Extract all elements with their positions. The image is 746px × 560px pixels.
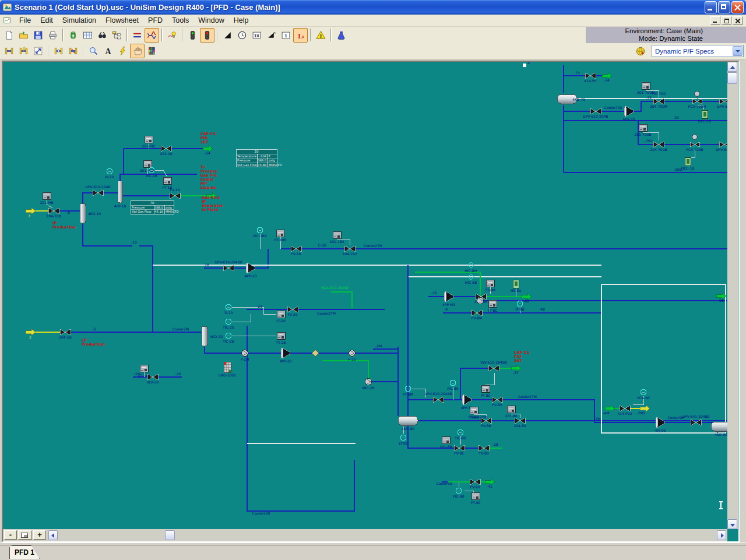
utilities-button[interactable]	[165, 28, 180, 43]
scroll-up-button[interactable]	[727, 62, 737, 72]
pfd-node-valve[interactable]: FV-20	[287, 307, 298, 316]
pfd-node-ctrl[interactable]: PT-80	[481, 385, 491, 397]
solver-active-button[interactable]	[185, 28, 200, 43]
pfd-node-xmtr[interactable]: TIC-20	[222, 319, 234, 329]
pfd-node-vvessel[interactable]: 4KO-20	[202, 326, 223, 346]
menu-file[interactable]: File	[15, 15, 36, 26]
solver-hold-button[interactable]	[200, 28, 214, 43]
pfd-node-xmtr[interactable]: TIC-2B	[222, 333, 234, 343]
pfd-node-pump[interactable]	[477, 298, 484, 304]
pfd-node-ctrl[interactable]: PT-1B0	[275, 230, 287, 242]
pfd-node-valve[interactable]: 204-80	[513, 418, 526, 428]
save-case-button[interactable]	[31, 28, 45, 43]
real-time-factor-button[interactable]	[249, 28, 264, 43]
pfd-node-ctrl[interactable]: 201-PIC	[142, 136, 155, 148]
scroll-down-button[interactable]	[727, 519, 737, 529]
swap-attachments-button[interactable]	[66, 44, 80, 58]
object-navigator-button[interactable]	[110, 28, 124, 43]
pfd-node-valve[interactable]: 204-10B	[46, 208, 61, 218]
pfd-node-valve[interactable]: VLV-610-204B8	[480, 360, 507, 371]
pfd-node-pcv[interactable]: PCV-700B	[686, 135, 703, 152]
pfd-node-column[interactable]: 4PP-10	[114, 181, 126, 208]
zoom-out-button[interactable]: -	[4, 530, 17, 540]
auto-attach-button[interactable]	[16, 44, 31, 58]
pfd-stream[interactable]	[633, 101, 727, 111]
pfd-stream[interactable]	[247, 326, 354, 511]
pfd-node-yarrow[interactable]	[26, 329, 36, 336]
pfd-node-garrow[interactable]: -37	[511, 365, 521, 375]
pfd-view-button[interactable]	[145, 28, 159, 43]
close-button[interactable]	[731, 1, 744, 13]
pfd-node-valve[interactable]: DPV-641B	[716, 142, 727, 152]
step-size-button[interactable]	[279, 28, 293, 43]
vertical-scrollbar[interactable]	[727, 62, 738, 529]
integrator-button[interactable]	[220, 28, 235, 43]
integrator-step-button[interactable]	[264, 28, 279, 43]
pfd-stream[interactable]	[139, 246, 153, 332]
pfd-node-valve[interactable]: DPV-641	[717, 98, 727, 108]
pfd-node-mixer[interactable]: 4PJ-90	[655, 417, 666, 433]
pfd-node-valve[interactable]: VLV-2B	[147, 374, 159, 384]
pfd-node-hdrum[interactable]: 4KO-80	[398, 416, 418, 431]
pfd-node-ctrl[interactable]: TT-2B	[276, 332, 286, 344]
menu-flowsheet[interactable]: Flowsheet	[101, 15, 143, 26]
pfd-node-valve[interactable]: TV-80	[478, 445, 489, 455]
pan-mode-button[interactable]	[130, 44, 145, 58]
attach-mode-button[interactable]	[2, 44, 16, 58]
pfd-node-mixer[interactable]: 4PP-20	[280, 348, 292, 363]
pfd-node-greenbox[interactable]: HS-80	[511, 280, 521, 293]
specs-dropdown[interactable]: Dynamic P/F Specs	[652, 45, 744, 57]
pfd-node-valve[interactable]: FV-8B	[481, 418, 491, 428]
find-object-button[interactable]	[95, 28, 110, 43]
pfd-node-garrow[interactable]: -34	[602, 73, 612, 83]
mdi-restore-button[interactable]	[722, 16, 731, 25]
pfd-node-hdrum[interactable]: 4KO-70	[557, 94, 585, 105]
chevron-down-icon[interactable]	[733, 46, 743, 56]
menu-simulation[interactable]: Simulation	[58, 15, 101, 26]
add-text-button[interactable]	[101, 44, 115, 58]
pfd-stream[interactable]	[83, 193, 94, 203]
zoom-preview-button[interactable]	[18, 530, 32, 540]
object-palette-button[interactable]	[66, 28, 80, 43]
print-button[interactable]	[45, 28, 60, 43]
pfd-node-lng[interactable]: LNG-1002	[219, 362, 236, 377]
scroll-right-button[interactable]	[717, 530, 726, 540]
size-mode-button[interactable]	[31, 44, 45, 58]
minimize-button[interactable]	[705, 1, 717, 13]
horizontal-scrollbar[interactable]: - +	[3, 529, 727, 541]
pfd-node-xmtr[interactable]: FIC-90	[453, 488, 464, 498]
menu-edit[interactable]: Edit	[36, 15, 58, 26]
pfd-node-valve[interactable]: 414-PV2	[617, 406, 632, 415]
pfd-node-mixer[interactable]: MIX-70	[623, 106, 635, 121]
pfd-node-vvessel[interactable]: 4KO-10	[80, 203, 101, 223]
pfd-stream[interactable]	[485, 373, 494, 385]
scroll-left-button[interactable]	[48, 530, 58, 540]
globe-icon[interactable]	[635, 46, 646, 57]
pfd-node-valve[interactable]: DPV-610-204B8	[424, 392, 452, 403]
quick-route-button[interactable]	[115, 44, 130, 58]
pfd-stream[interactable]	[232, 314, 251, 322]
pfd-node-mixer[interactable]: 4PP-M3	[442, 291, 455, 307]
pfd-node-garrow[interactable]: -41	[485, 479, 495, 489]
pfd-tab[interactable]: PFD 1	[9, 545, 40, 559]
pfd-stream[interactable]	[120, 174, 197, 182]
new-case-button[interactable]	[2, 28, 16, 43]
pfd-stream[interactable]	[205, 347, 241, 353]
pfd-node-pump[interactable]: P-2M	[241, 350, 249, 362]
mdi-child-icon[interactable]	[2, 16, 12, 24]
pfd-node-valve[interactable]: 204-700M	[650, 98, 667, 108]
pfd-canvas[interactable]: 204-10B201-PIB4KO-10DPV-610-204B4PP-10PI…	[3, 62, 727, 529]
zoom-mode-button[interactable]	[86, 44, 101, 58]
pfd-node-dxmtr[interactable]: HIC-8M	[465, 262, 477, 273]
menu-help[interactable]: Help	[229, 15, 254, 26]
pfd-node-yarrow[interactable]	[26, 208, 36, 214]
pfd-node-xmtr[interactable]: PI-10	[105, 168, 114, 179]
pfd-node-ctrl[interactable]: 201-PIB	[40, 192, 53, 205]
pfd-stream[interactable]	[232, 307, 276, 314]
pfd-node-valve[interactable]: 414-PV	[584, 73, 597, 83]
break-connections-button[interactable]	[51, 44, 66, 58]
dynamics-assistant-button[interactable]	[334, 28, 349, 43]
pfd-node-ctrl[interactable]: TT-8M	[484, 280, 495, 292]
pfd-node-valve[interactable]: FV-80	[492, 397, 502, 407]
pfd-node-xmtr[interactable]: PIC-1B0	[253, 227, 267, 238]
